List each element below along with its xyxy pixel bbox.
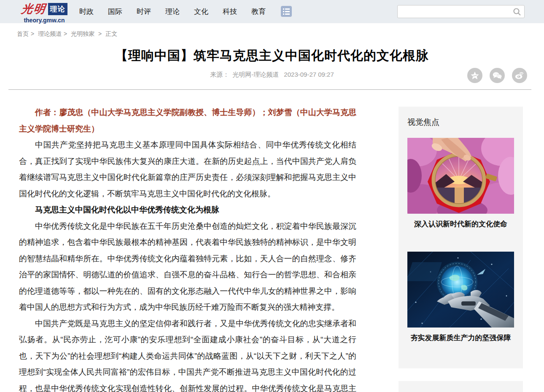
site-header: 光明 理论 theory.gmw.cn 时政 国际 时评 理论 文化 科技 教育 xyxy=(0,0,544,23)
sidebar-next-panel xyxy=(399,381,523,392)
article-body: 作者：廖茂忠（中山大学马克思主义学院副教授、博士生导师）；刘梦雪（中山大学马克思… xyxy=(19,105,356,392)
sidebar-story-1-caption[interactable]: 深入认识新时代新的文化使命 xyxy=(407,219,514,229)
search-button[interactable] xyxy=(510,5,524,18)
breadcrumb-theory-channel[interactable]: 理论频道 xyxy=(38,30,62,37)
share-qzone-button[interactable] xyxy=(467,68,482,83)
visual-focus-panel: 视觉焦点 xyxy=(399,107,523,368)
header-divider xyxy=(8,89,531,90)
sidebar-story-2: 夯实发展新质生产力的坚强保障 xyxy=(407,252,514,343)
breadcrumb-separator: > xyxy=(64,30,67,37)
sidebar-title: 视觉焦点 xyxy=(407,117,514,128)
nav-item-politics[interactable]: 时政 xyxy=(79,7,94,16)
main-nav: 时政 国际 时评 理论 文化 科技 教育 xyxy=(79,0,266,23)
article-paragraph: 中国共产党坚持把马克思主义基本原理同中国具体实际相结合、同中华优秀传统文化相结合… xyxy=(19,137,356,202)
breadcrumb-gm-exclusive[interactable]: 光明独家 xyxy=(71,30,94,37)
author-line: 作者：廖茂忠（中山大学马克思主义学院副教授、博士生导师）；刘梦雪（中山大学马克思… xyxy=(19,105,356,137)
qzone-star-icon xyxy=(470,71,479,80)
share-wechat-button[interactable] xyxy=(490,68,505,83)
nav-item-education[interactable]: 教育 xyxy=(251,7,266,16)
search-box xyxy=(397,5,525,18)
logo-badge: 理论 xyxy=(48,3,67,15)
nav-item-culture[interactable]: 文化 xyxy=(194,7,208,16)
article-subheading: 马克思主义中国化时代化以中华优秀传统文化为根脉 xyxy=(19,202,356,218)
breadcrumb-home[interactable]: 首页 xyxy=(17,30,29,37)
breadcrumb-current: 正文 xyxy=(105,30,117,37)
sidebar-story-2-caption[interactable]: 夯实发展新质生产力的坚强保障 xyxy=(407,333,514,343)
logo-domain: theory.gmw.cn xyxy=(13,17,76,24)
breadcrumb-separator: > xyxy=(98,30,102,37)
share-bar xyxy=(467,68,527,83)
search-icon xyxy=(513,8,521,16)
list-menu-icon[interactable] xyxy=(281,6,292,17)
logo-script-text: 光明 xyxy=(20,1,47,16)
sidebar-story-1: 深入认识新时代新的文化使命 xyxy=(407,138,514,229)
nav-item-theory[interactable]: 理论 xyxy=(165,7,180,16)
technology-thumbnail[interactable] xyxy=(407,252,514,328)
nav-item-international[interactable]: 国际 xyxy=(108,7,122,16)
site-logo[interactable]: 光明 理论 theory.gmw.cn xyxy=(13,1,76,24)
article-paragraph: 中华优秀传统文化是中华民族在五千年历史沧桑中创造的灿烂文化，积淀着中华民族最深沉… xyxy=(19,218,356,316)
weibo-icon xyxy=(514,71,525,80)
page: 光明 理论 theory.gmw.cn 时政 国际 时评 理论 文化 科技 教育 xyxy=(0,0,544,392)
share-weibo-button[interactable] xyxy=(512,68,527,83)
publish-datetime: 2023-09-27 09:27 xyxy=(284,71,334,78)
article-paragraph: 中国共产党既是马克思主义的坚定信仰者和践行者，又是中华优秀传统文化的忠实继承者和… xyxy=(19,316,356,392)
search-input[interactable] xyxy=(398,6,510,17)
wechat-icon xyxy=(492,71,502,80)
nav-item-technology[interactable]: 科技 xyxy=(223,7,237,16)
breadcrumb: 首页> 理论频道> 光明独家 > 正文 xyxy=(17,30,117,38)
embroidery-thumbnail[interactable] xyxy=(407,138,514,214)
nav-item-commentary[interactable]: 时评 xyxy=(137,7,151,16)
source-value: 光明网-理论频道 xyxy=(232,71,279,78)
breadcrumb-separator: > xyxy=(31,30,34,37)
source-label: 来源： xyxy=(210,71,229,78)
page-title: 【理响中国】筑牢马克思主义中国化时代化的文化根脉 xyxy=(0,47,544,64)
article-meta: 来源：光明网-理论频道 2023-09-27 09:27 xyxy=(0,71,544,79)
